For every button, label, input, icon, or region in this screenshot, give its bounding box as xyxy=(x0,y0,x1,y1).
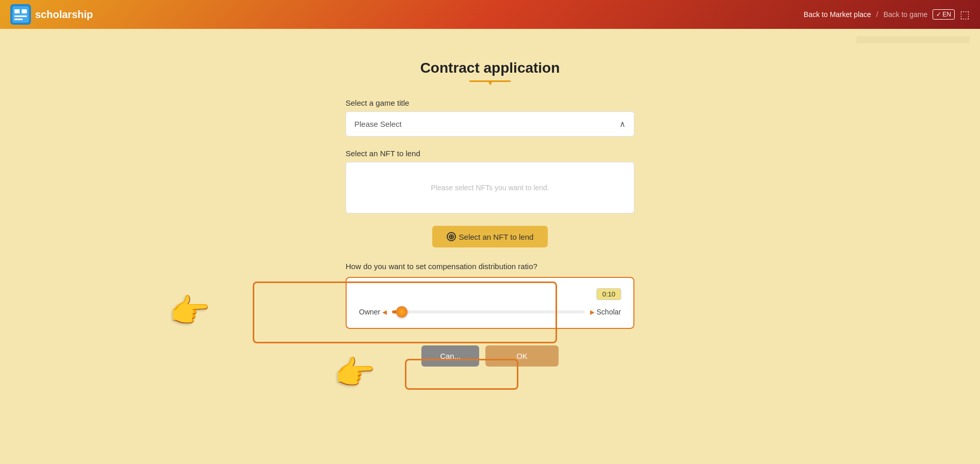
back-marketplace-link[interactable]: Back to Market place xyxy=(804,10,871,19)
plus-circle-icon: ⊕ xyxy=(447,232,456,241)
page-title: Contract application xyxy=(420,60,560,76)
header-navigation: Back to Market place / Back to game ✓ EN… xyxy=(804,8,970,21)
cancel-button[interactable]: Can... xyxy=(421,345,479,367)
game-title-value: Please Select xyxy=(354,120,402,128)
logo-text: scholarship xyxy=(35,9,93,21)
lang-code: EN xyxy=(942,11,951,18)
nft-lend-label: Select an NFT to lend xyxy=(346,149,634,158)
slider-thumb[interactable] xyxy=(396,306,407,318)
owner-label: Owner xyxy=(359,308,380,316)
hand-pointer-slider: 👈 xyxy=(170,292,211,330)
game-title-group: Select a game title Please Select ∧ xyxy=(346,98,634,137)
select-nft-button[interactable]: ⊕ Select an NFT to lend xyxy=(432,226,548,247)
language-selector[interactable]: ✓ EN xyxy=(933,9,955,20)
game-title-select[interactable]: Please Select ∧ xyxy=(346,111,634,137)
back-game-link[interactable]: Back to game xyxy=(884,10,928,19)
svg-rect-3 xyxy=(22,9,27,13)
main-content: Contract application Select a game title… xyxy=(0,29,980,387)
ratio-row: Owner ◂ ▸ Scholar xyxy=(359,306,621,318)
login-icon[interactable]: ⬚ xyxy=(960,8,970,21)
nft-placeholder: Please select NFTs you want to lend. xyxy=(431,184,549,192)
compensation-section: How do you want to set compensation dist… xyxy=(346,262,634,329)
ratio-display: 0:10 xyxy=(597,288,621,300)
ok-button[interactable]: OK xyxy=(485,345,559,367)
owner-label-area: Owner ◂ xyxy=(359,306,387,318)
svg-rect-2 xyxy=(14,9,20,13)
title-underline xyxy=(469,80,511,82)
scholar-label: Scholar xyxy=(597,308,621,316)
compensation-label: How do you want to set compensation dist… xyxy=(346,262,634,271)
chevron-up-icon: ∧ xyxy=(619,119,626,129)
svg-rect-5 xyxy=(14,19,23,20)
select-nft-btn-wrapper: ⊕ Select an NFT to lend xyxy=(346,226,634,247)
svg-rect-4 xyxy=(14,15,27,17)
nft-lend-area: Please select NFTs you want to lend. xyxy=(346,162,634,213)
slider-track xyxy=(392,310,584,313)
svg-rect-1 xyxy=(12,6,29,23)
logo-icon xyxy=(10,4,31,25)
scholar-label-area: ▸ Scholar xyxy=(590,306,621,318)
contract-form: Select a game title Please Select ∧ Sele… xyxy=(346,98,634,367)
arrow-left-icon: ◂ xyxy=(382,306,387,318)
app-header: scholarship Back to Market place / Back … xyxy=(0,0,980,29)
game-title-label: Select a game title xyxy=(346,98,634,107)
select-nft-label: Select an NFT to lend xyxy=(459,233,534,241)
slider-container: 0:10 Owner ◂ ▸ Scholar xyxy=(346,277,634,329)
action-buttons: Can... OK xyxy=(346,345,634,367)
nft-lend-group: Select an NFT to lend Please select NFTs… xyxy=(346,149,634,213)
arrow-right-icon: ▸ xyxy=(590,306,595,318)
logo-area: scholarship xyxy=(10,4,93,25)
nav-separator: / xyxy=(876,10,878,19)
lang-flag: ✓ xyxy=(936,11,941,18)
